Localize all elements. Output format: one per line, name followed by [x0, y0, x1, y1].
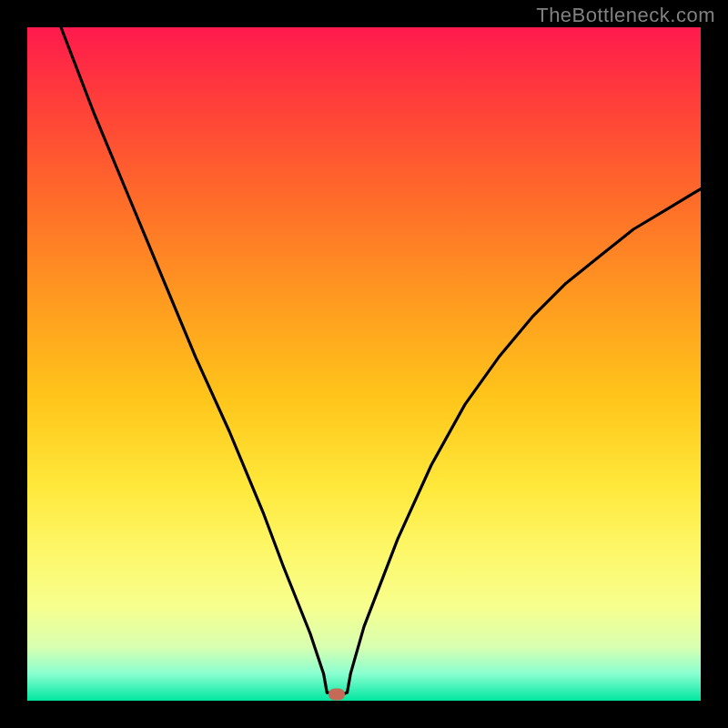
bottleneck-curve — [27, 27, 701, 701]
chart-plot-area — [27, 27, 701, 701]
watermark-text: TheBottleneck.com — [536, 4, 715, 27]
chart-frame: TheBottleneck.com — [0, 0, 728, 728]
optimal-point-marker — [329, 688, 345, 700]
